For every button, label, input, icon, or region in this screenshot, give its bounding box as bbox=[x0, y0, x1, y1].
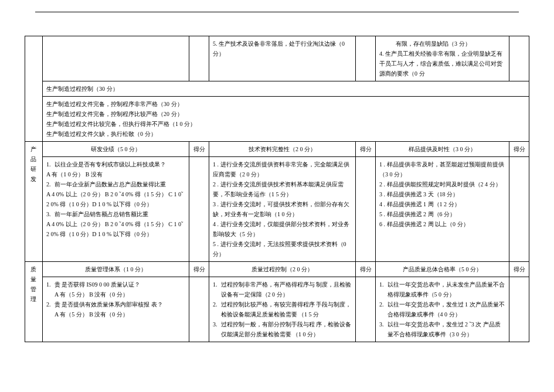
num: 2. bbox=[46, 299, 55, 309]
text: A 4 0% 以上（2 0 分） B 2 0 ˜4 0% 得（1 5 分） C … bbox=[46, 219, 185, 239]
cell-header-score: 得分 bbox=[509, 262, 529, 277]
cell-score-empty bbox=[189, 277, 209, 342]
text: 前一年新产品销售额占总销售额比重 bbox=[55, 209, 186, 219]
text: 得分 bbox=[193, 266, 205, 272]
table-row: 1.以往企业是否有专利或市级以上科技成果？ A 有（1 0 分） B 没有 2.… bbox=[25, 157, 529, 262]
text: 以往一年交货总表中，发生过 2 ˜3 次 产品质量不合格得现象或事件（3 0 分… bbox=[388, 319, 506, 339]
text: 3 . 样品提供推迟 3 天（18 分） bbox=[379, 189, 505, 199]
category-cell-rnd: 产品研发 bbox=[25, 142, 43, 262]
cell-header-score: 得分 bbox=[356, 262, 376, 277]
table-row: 5. 生产技术及设备非常落后，处于行业淘汰边缘（0 分） 有限，存在明显缺陷（3… bbox=[25, 36, 529, 81]
cell-proc-control-body: 生产制造过程文件完备，控制程序非常严格（30 分） 生产制造过程文件完备，控制程… bbox=[43, 97, 529, 142]
table-row: 生产制造过程控制（30 分） bbox=[25, 81, 529, 97]
text: 生产制造过程文件完备，控制程序非常严格（30 分） bbox=[46, 99, 525, 109]
text: 技术资料完整性（2 0 分） bbox=[249, 146, 316, 152]
cell-header-score: 得分 bbox=[189, 262, 209, 277]
text: 5 . 样品提供推迟 2 周（6 分） bbox=[379, 209, 505, 219]
cell-header-score: 得分 bbox=[509, 142, 529, 157]
cell-header-score: 得分 bbox=[356, 142, 376, 157]
cell-header-qc-col2: 质量过程控制（2 0 分） bbox=[209, 262, 356, 277]
category-label: 质量管理 bbox=[30, 266, 38, 302]
text: 生产制造过程控制（30 分） bbox=[46, 86, 118, 92]
text: 生产制造过程文件欠缺，执行松散（0 分） bbox=[46, 129, 525, 139]
cell-header-rnd-col3: 样品提供及时性（3 0 分） bbox=[376, 142, 509, 157]
cell-rnd-col2-body: 1 . 进行业务交流所提供资料非常完备，完全能满足供应商需要（2 0 分） 2 … bbox=[209, 157, 356, 262]
cell-score-empty bbox=[356, 277, 376, 342]
text: 6 . 样品提供推迟 2 周 以上（0 分） bbox=[379, 219, 505, 229]
num: 1. bbox=[46, 159, 55, 169]
text: 4 . 样品提供推迟 1 周（1 2 分） bbox=[379, 199, 505, 209]
text: 5. 生产技术及设备非常落后，处于行业淘汰边缘（0 分） bbox=[213, 40, 345, 57]
text: A 有（5 分） B 没有（0 分） bbox=[46, 289, 185, 299]
cell-empty bbox=[356, 36, 376, 81]
cell-empty bbox=[509, 36, 529, 81]
text: 得分 bbox=[360, 146, 372, 152]
num: 2. bbox=[213, 299, 221, 319]
cell-qc-col2-body: 1.过程控制非常严格，有严格得程序与 制度，且检验设备有一定保障（2 0 分） … bbox=[209, 277, 356, 342]
text: 过程控制一般，有部分控制手段与程 序，检验设备仅能满足部分质量检验需要 （1 0… bbox=[221, 319, 352, 339]
num: 1. bbox=[379, 279, 388, 299]
text: 有限，存在明显缺陷（3 分） bbox=[379, 39, 505, 49]
table-row: 产品研发 研发业绩（5 0 分） 得分 技术资料完整性（2 0 分） 得分 样品… bbox=[25, 142, 529, 157]
category-cell-qc: 质量管理 bbox=[25, 262, 43, 342]
text: 得分 bbox=[514, 146, 525, 152]
text: 以往企业是否有专利或市级以上科技成果？ bbox=[55, 159, 186, 169]
text: 前一年企业新产品数量占总产品数量得比重 bbox=[55, 179, 186, 189]
cell-qc-col1-body: 1.贵 是否获得 IS09 0 00 质量认证？ A 有（5 分） B 没有（0… bbox=[43, 277, 189, 342]
cell-score-empty bbox=[509, 277, 529, 342]
cell-header-score: 得分 bbox=[189, 142, 209, 157]
text: 样品提供及时性（3 0 分） bbox=[409, 146, 476, 152]
text: A 4 0% 以上（2 0 分） B 2 0 ˜4 0% 得（1 5 分） C … bbox=[46, 189, 185, 209]
cell-score-empty bbox=[509, 157, 529, 262]
document-page: 5. 生产技术及设备非常落后，处于行业淘汰边缘（0 分） 有限，存在明显缺陷（3… bbox=[0, 0, 554, 392]
text: 得分 bbox=[193, 146, 205, 152]
cell-qc-col3-body: 1.以往一年交货总表中，从未发生产品质量不合格得现象或事件（5 0 分） 2.以… bbox=[376, 277, 509, 342]
text: 过程控制比较严格，有较完善得程序 手段与制度，检验设备能满足质量检验需要 （1 … bbox=[221, 299, 352, 319]
cell-header-qc-col1: 质量管理体系（1 0 分） bbox=[43, 262, 189, 277]
text: A 有（5 分） B 没有（0 分） bbox=[46, 309, 185, 319]
text: 1 . 进行业务交流所提供资料非常完备，完全能满足供应商需要（2 0 分） bbox=[213, 159, 352, 179]
num: 2. bbox=[46, 179, 55, 189]
cell-proc-control-header: 生产制造过程控制（30 分） bbox=[43, 81, 529, 97]
text: 4 . 进行业务交流时，仅能提供部分技术资料，对业务影响较大（5 分） bbox=[213, 219, 352, 239]
num: 1. bbox=[46, 279, 55, 289]
text: 质量管理体系（1 0 分） bbox=[85, 266, 147, 272]
cell-score-empty bbox=[356, 157, 376, 262]
text: 质量过程控制（2 0 分） bbox=[251, 266, 313, 272]
num: 2. bbox=[379, 299, 388, 319]
cell-prod-tech-tail: 5. 生产技术及设备非常落后，处于行业淘汰边缘（0 分） bbox=[209, 36, 356, 81]
table-row: 1.贵 是否获得 IS09 0 00 质量认证？ A 有（5 分） B 没有（0… bbox=[25, 277, 529, 342]
text: 得分 bbox=[360, 266, 372, 272]
text: 以往一年交货总表中，发生过 1 次产品质量不合格得现象或事件（4 0 分） bbox=[388, 299, 506, 319]
text: 过程控制非常严格，有严格得程序与 制度，且检验设备有一定保障（2 0 分） bbox=[221, 279, 352, 299]
cell-header-rnd-col2: 技术资料完整性（2 0 分） bbox=[209, 142, 356, 157]
text: 研发业绩（5 0 分） bbox=[91, 146, 141, 152]
text: 1 . 样品提供非常及时，甚至能超过预期提前提供（3 0 分） bbox=[379, 159, 505, 179]
text: 得分 bbox=[514, 266, 525, 272]
cell-worker-exp-tail: 有限，存在明显缺陷（3 分） 4. 生产员工相关经验非常有限，企业明显缺乏有干员… bbox=[376, 36, 509, 81]
num: 3. bbox=[379, 319, 388, 339]
text: 生产制造过程文件完备，控制程序比较严格（20 分） bbox=[46, 109, 525, 119]
text: 生产制造过程文件比较完备，但执行得并不严格（1 0 分） bbox=[46, 119, 525, 129]
text: 2 . 样品提供能按照规定时间及时提供（2 4 分） bbox=[379, 179, 505, 189]
cell-score-empty bbox=[189, 157, 209, 262]
cell-rnd-col1-body: 1.以往企业是否有专利或市级以上科技成果？ A 有（1 0 分） B 没有 2.… bbox=[43, 157, 189, 262]
text: 3 . 进行业务交流时，可提供技术资料，但部分存有欠缺，对业务有一定影响（1 0… bbox=[213, 199, 352, 219]
num: 3. bbox=[213, 319, 221, 339]
cell-header-rnd-col1: 研发业绩（5 0 分） bbox=[43, 142, 189, 157]
text: 贵 是否获得 IS09 0 00 质量认证？ bbox=[55, 279, 186, 289]
text: 产品质量总体合格率（5 0 分） bbox=[403, 266, 482, 272]
category-cell-cont bbox=[25, 36, 43, 142]
num: 3. bbox=[46, 209, 55, 219]
cell-empty bbox=[43, 36, 189, 81]
table-row: 质量管理 质量管理体系（1 0 分） 得分 质量过程控制（2 0 分） 得分 产… bbox=[25, 262, 529, 277]
category-label: 产品研发 bbox=[30, 146, 38, 182]
text: A 有（1 0 分） B 没有 bbox=[46, 169, 185, 179]
text: 以往一年交货总表中，从未发生产品质量不合格得现象或事件（5 0 分） bbox=[388, 279, 506, 299]
text: 贵 是否提供有效质量体系内部审核报 表？ bbox=[55, 299, 186, 309]
text: 2 . 进行业务交流所提供技术资料基本能满足供应需要，不影响业务运作（1 5 分… bbox=[213, 179, 352, 199]
cell-header-qc-col3: 产品质量总体合格率（5 0 分） bbox=[376, 262, 509, 277]
table-row: 生产制造过程文件完备，控制程序非常严格（30 分） 生产制造过程文件完备，控制程… bbox=[25, 97, 529, 142]
top-horizontal-rule bbox=[35, 12, 519, 12]
cell-empty bbox=[189, 36, 209, 81]
